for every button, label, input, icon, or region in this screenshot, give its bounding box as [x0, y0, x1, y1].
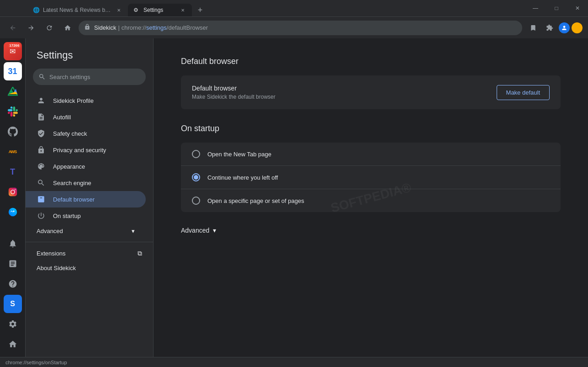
option-continue[interactable]: Continue where you left off	[181, 166, 561, 189]
notes-icon[interactable]	[4, 255, 22, 273]
new-tab-button[interactable]: +	[194, 4, 207, 16]
help-icon[interactable]	[4, 275, 22, 293]
default-browser-title: Default browser	[181, 57, 561, 66]
profile-s-icon[interactable]: S	[4, 295, 22, 313]
mail-badge: 17266	[8, 43, 21, 48]
make-default-button[interactable]: Make default	[497, 85, 550, 100]
home-bottom-icon[interactable]	[4, 335, 22, 353]
settings-tab[interactable]: ⚙ Settings ✕	[128, 4, 192, 16]
sidebar-extensions[interactable]: Extensions ⧉	[26, 246, 153, 261]
profile-avatar[interactable]	[559, 22, 570, 33]
svg-rect-3	[8, 188, 16, 196]
card-title: Default browser	[192, 85, 275, 92]
extensions-label: Extensions	[37, 250, 130, 257]
news-tab[interactable]: 🌐 Latest News & Reviews by Softp... ✕	[27, 4, 128, 16]
reload-button[interactable]	[42, 21, 57, 35]
option-specific-page[interactable]: Open a specific page or set of pages	[181, 189, 561, 212]
sidebar-about[interactable]: About Sidekick	[26, 261, 153, 275]
sidebar-item-default-browser[interactable]: Default browser	[26, 191, 146, 207]
sidebar-divider	[26, 242, 153, 242]
close-button[interactable]: ✕	[567, 0, 588, 16]
title-bar: 🌐 Latest News & Reviews by Softp... ✕ ⚙ …	[0, 0, 588, 16]
appearance-icon	[37, 162, 46, 171]
advanced-row-label: Advanced	[181, 227, 209, 234]
settings-bottom-icon[interactable]	[4, 315, 22, 333]
sidebar-item-on-startup[interactable]: On startup	[26, 207, 146, 224]
forward-button[interactable]	[24, 21, 38, 35]
tabs-area: 🌐 Latest News & Reviews by Softp... ✕ ⚙ …	[0, 0, 525, 16]
browser-icon	[37, 195, 46, 204]
app-icon-calendar[interactable]: 31	[4, 62, 22, 80]
sidebar-label-appearance: Appearance	[53, 163, 135, 170]
about-label: About Sidekick	[37, 265, 76, 271]
app-icon-messenger[interactable]	[4, 203, 22, 221]
status-bar: chrome://settings/onStartup	[0, 357, 588, 367]
lock-icon	[84, 24, 90, 32]
status-url: chrome://settings/onStartup	[5, 360, 67, 365]
svg-point-5	[15, 189, 16, 190]
settings-sidebar: Settings Sidekick Profile Autofill Safet…	[26, 38, 154, 357]
card-subtitle: Make Sidekick the default browser	[192, 94, 275, 100]
main-content: SOFTPEDIA® Default browser Default brows…	[154, 38, 588, 357]
notifications-icon[interactable]	[4, 234, 22, 253]
sidebar-label-on-startup: On startup	[53, 213, 135, 219]
sidebar-label-safety: Safety check	[53, 130, 135, 137]
option-continue-label: Continue where you left off	[207, 174, 278, 181]
search-icon	[38, 73, 46, 80]
radio-new-tab[interactable]	[192, 150, 200, 158]
radio-continue[interactable]	[192, 173, 200, 181]
sidebar-label-autofill: Autofill	[53, 114, 135, 121]
app-icon-aws[interactable]: AWS	[4, 143, 22, 161]
address-text: Sidekick|chrome://settings/defaultBrowse…	[94, 24, 517, 31]
app-icon-instagram[interactable]	[4, 183, 22, 201]
sidebar-item-sidekick-profile[interactable]: Sidekick Profile	[26, 92, 146, 109]
sidebar-item-safety-check[interactable]: Safety check	[26, 125, 146, 142]
sidebar-label-privacy: Privacy and security	[53, 147, 135, 154]
account-circle[interactable]	[572, 22, 583, 33]
search-input[interactable]	[49, 74, 140, 80]
sidebar-item-search-engine[interactable]: Search engine	[26, 175, 146, 191]
app-icon-slack[interactable]	[4, 102, 22, 121]
settings-tab-close[interactable]: ✕	[179, 6, 186, 14]
advanced-expand-icon: ▾	[132, 228, 135, 234]
sidebar-item-privacy[interactable]: Privacy and security	[26, 142, 146, 158]
autofill-icon	[37, 112, 46, 122]
address-bar[interactable]: Sidekick|chrome://settings/defaultBrowse…	[79, 21, 522, 35]
profile-icon	[37, 96, 46, 105]
sidebar-advanced[interactable]: Advanced ▾	[26, 224, 146, 238]
app-icon-drive[interactable]	[4, 82, 22, 101]
search-engine-icon	[37, 178, 46, 187]
safety-icon	[37, 129, 46, 138]
news-favicon: 🌐	[33, 7, 39, 13]
on-startup-section: On startup Open the New Tab page Continu…	[181, 124, 561, 212]
nav-actions	[526, 21, 583, 35]
sidebar-label-profile: Sidekick Profile	[53, 97, 135, 104]
app-icon-github[interactable]	[4, 122, 22, 141]
window-controls: — □ ✕	[525, 0, 588, 16]
extensions-button[interactable]	[542, 21, 557, 35]
advanced-row[interactable]: Advanced ▾	[181, 227, 561, 234]
news-tab-close[interactable]: ✕	[115, 6, 122, 14]
bottom-icons: S	[4, 234, 22, 353]
news-tab-title: Latest News & Reviews by Softp...	[43, 7, 111, 13]
advanced-label: Advanced	[37, 228, 124, 234]
radio-specific-page[interactable]	[192, 197, 200, 205]
bookmark-button[interactable]	[526, 21, 540, 35]
sidebar-item-appearance[interactable]: Appearance	[26, 158, 146, 175]
option-new-tab[interactable]: Open the New Tab page	[181, 143, 561, 166]
privacy-icon	[37, 145, 46, 154]
advanced-row-icon: ▾	[213, 227, 216, 234]
address-brand: Sidekick	[94, 24, 116, 31]
settings-search[interactable]	[33, 69, 146, 85]
startup-options-card: Open the New Tab page Continue where you…	[181, 143, 561, 212]
sidebar-label-default-browser: Default browser	[53, 196, 135, 203]
sidebar-item-autofill[interactable]: Autofill	[26, 109, 146, 125]
home-button[interactable]	[60, 21, 75, 35]
app-icon-teams[interactable]: T	[4, 163, 22, 181]
back-button[interactable]	[5, 21, 20, 35]
app-icon-mail[interactable]: ✉ 17266	[4, 42, 22, 60]
maximize-button[interactable]: □	[546, 0, 567, 16]
minimize-button[interactable]: —	[525, 0, 546, 16]
on-startup-title: On startup	[181, 124, 561, 133]
nav-bar: Sidekick|chrome://settings/defaultBrowse…	[0, 16, 588, 38]
